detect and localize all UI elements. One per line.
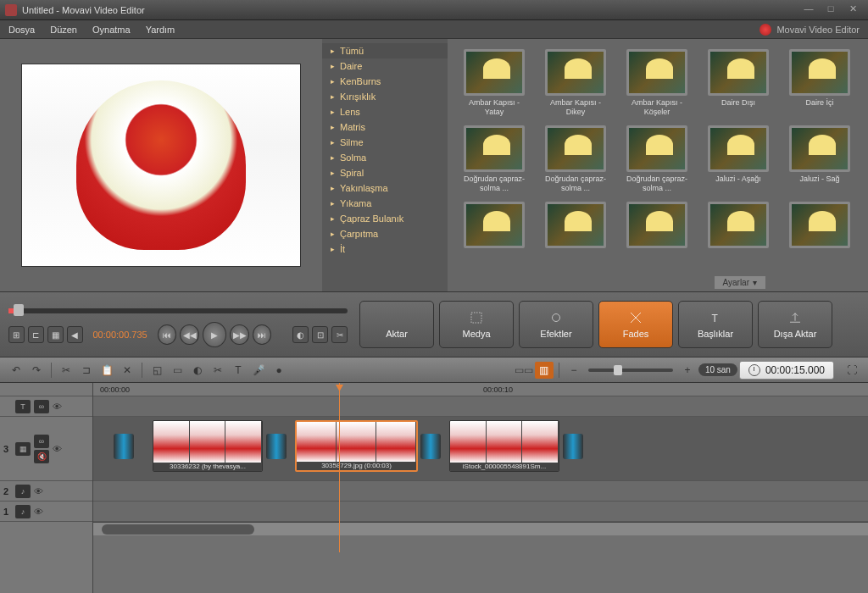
category-item[interactable]: ▸Solma (322, 150, 448, 165)
effect-item[interactable] (702, 202, 775, 269)
category-item[interactable]: ▸Çapraz Bulanık (322, 211, 448, 226)
scrubber[interactable] (8, 302, 348, 319)
view-mode-1[interactable]: ▭▭ (515, 362, 533, 379)
expand-icon[interactable]: ⛶ (843, 362, 861, 379)
audio-track-1[interactable] (93, 502, 868, 522)
copy-icon[interactable]: ⊐ (77, 362, 96, 379)
category-item[interactable]: ▸Tümü (322, 43, 448, 58)
video-clip[interactable]: iStock_000005548891Sm... (449, 420, 559, 472)
tab-medya[interactable]: Medya (439, 301, 514, 348)
video-track[interactable]: 30336232 (by thevasya...30358729.jpg (0:… (93, 417, 868, 481)
timeline-ruler[interactable]: 00:00:00 00:00:10 (93, 383, 868, 396)
category-item[interactable]: ▸Yakınlaşma (322, 180, 448, 196)
text-icon[interactable]: T (229, 362, 248, 379)
split-icon[interactable]: ✂ (209, 362, 227, 379)
view-mode-2[interactable]: ▥ (535, 362, 554, 379)
track-header-audio2[interactable]: 2 ♪ 👁 (0, 481, 92, 502)
eye-icon[interactable]: 👁 (53, 444, 64, 454)
category-item[interactable]: ▸Spiral (322, 165, 448, 180)
tool-a-icon[interactable]: ◱ (147, 362, 166, 379)
category-item[interactable]: ▸Kırışıklık (322, 89, 448, 104)
link-icon[interactable]: ∞ (34, 400, 49, 413)
scrubber-handle[interactable] (14, 304, 24, 316)
zoom-handle[interactable] (614, 365, 622, 375)
paste-icon[interactable]: 📋 (97, 362, 116, 379)
effect-item[interactable] (458, 202, 531, 269)
effect-item[interactable]: Ambar Kapısı - Köşeler (620, 49, 693, 117)
eye-icon[interactable]: 👁 (34, 507, 46, 517)
tab-efektler[interactable]: Efektler (519, 301, 593, 348)
time-pill[interactable]: 10 san (698, 363, 737, 376)
crop-icon[interactable]: ✂ (331, 326, 348, 343)
tool-btn-2[interactable]: ⊏ (28, 326, 44, 343)
timeline-clock[interactable]: 00:00:15.000 (739, 361, 834, 380)
skip-end-button[interactable]: ⏭ (253, 324, 272, 345)
tab-basliklar[interactable]: TBaşlıklar (678, 301, 753, 348)
track-header-audio1[interactable]: 1 ♪ 👁 (0, 502, 92, 522)
transition[interactable] (266, 434, 287, 459)
category-item[interactable]: ▸Matris (322, 119, 448, 135)
category-item[interactable]: ▸Silme (322, 135, 448, 150)
forward-button[interactable]: ▶▶ (230, 324, 249, 345)
play-button[interactable]: ▶ (203, 322, 226, 347)
effect-item[interactable] (620, 202, 693, 269)
skip-start-button[interactable]: ⏮ (158, 324, 177, 345)
effect-item[interactable] (539, 202, 612, 269)
video-clip[interactable]: 30358729.jpg (0:00:03) (295, 420, 418, 472)
tool-btn-5[interactable]: ⊡ (312, 326, 328, 343)
tool-c-icon[interactable]: ◐ (188, 362, 207, 379)
effect-item[interactable]: Jaluzi - Sağ (783, 125, 856, 193)
eye-icon[interactable]: 👁 (53, 402, 64, 412)
volume-icon[interactable]: ◀ (67, 326, 83, 343)
menu-file[interactable]: Dosya (8, 25, 35, 35)
transition[interactable] (114, 434, 134, 459)
redo-icon[interactable]: ↷ (27, 362, 46, 379)
effect-item[interactable]: Daire Dışı (702, 49, 775, 117)
track-header-video[interactable]: 3 ▦ ∞ 🔇 👁 (0, 417, 92, 481)
effect-item[interactable] (783, 202, 856, 269)
tool-btn-4[interactable]: ◐ (292, 326, 309, 343)
link-icon[interactable]: ∞ (34, 435, 49, 448)
zoom-in-icon[interactable]: + (678, 362, 697, 379)
category-item[interactable]: ▸İt (322, 241, 448, 257)
category-item[interactable]: ▸Lens (322, 104, 448, 119)
maximize-button[interactable]: □ (821, 3, 841, 17)
category-item[interactable]: ▸Yıkama (322, 196, 448, 211)
preview-image[interactable] (21, 64, 301, 267)
zoom-slider[interactable] (588, 369, 673, 372)
minimize-button[interactable]: — (798, 3, 819, 17)
delete-icon[interactable]: ✕ (118, 362, 136, 379)
eye-icon[interactable]: 👁 (34, 486, 46, 496)
effect-item[interactable]: Ambar Kapısı - Dikey (539, 49, 612, 117)
menu-edit[interactable]: Düzen (50, 25, 77, 35)
tool-btn-1[interactable]: ⊞ (8, 326, 25, 343)
track-header-title[interactable]: T ∞ 👁 (0, 396, 92, 417)
menu-play[interactable]: Oynatma (92, 25, 131, 35)
settings-button[interactable]: Ayarlar▾ (714, 275, 767, 290)
timeline-tracks[interactable]: 00:00:00 00:00:10 30336232 (by thevasya.… (93, 383, 868, 593)
video-clip[interactable]: 30336232 (by thevasya... (153, 420, 263, 472)
rewind-button[interactable]: ◀◀ (180, 324, 199, 345)
audio-track-2[interactable] (93, 481, 868, 502)
h-scrollbar[interactable] (93, 522, 868, 535)
effect-item[interactable]: Ambar Kapısı - Yatay (458, 49, 531, 117)
mic-icon[interactable]: 🎤 (249, 362, 268, 379)
category-item[interactable]: ▸KenBurns (322, 74, 448, 89)
tab-fades[interactable]: Fades (598, 301, 673, 348)
tab-disa-aktar[interactable]: Dışa Aktar (758, 301, 832, 348)
playhead[interactable] (339, 383, 340, 552)
effect-item[interactable]: Jaluzi - Aşağı (702, 125, 775, 193)
h-scrollbar-thumb[interactable] (102, 524, 254, 535)
effect-item[interactable]: Doğrudan çapraz-solma ... (458, 125, 531, 193)
mute-icon[interactable]: 🔇 (34, 450, 49, 463)
rec-icon[interactable]: ● (270, 362, 288, 379)
tool-btn-3[interactable]: ▦ (47, 326, 64, 343)
transition[interactable] (563, 434, 583, 459)
menu-help[interactable]: Yardım (146, 25, 175, 35)
undo-icon[interactable]: ↶ (7, 362, 25, 379)
zoom-out-icon[interactable]: − (565, 362, 583, 379)
tool-b-icon[interactable]: ▭ (168, 362, 186, 379)
category-item[interactable]: ▸Daire (322, 58, 448, 74)
cut-icon[interactable]: ✂ (57, 362, 75, 379)
close-button[interactable]: ✕ (843, 3, 863, 17)
